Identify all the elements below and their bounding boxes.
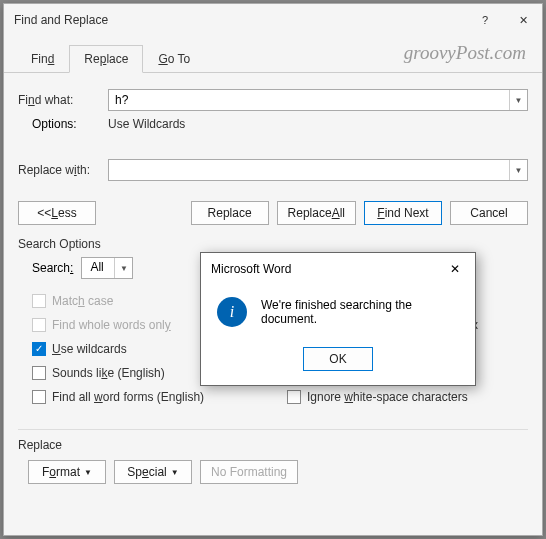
checkbox-checked-icon [32, 342, 46, 356]
checkbox-icon [32, 294, 46, 308]
find-next-button[interactable]: Find Next [364, 201, 442, 225]
tab-find[interactable]: Find [16, 45, 69, 73]
titlebar: Find and Replace ? ✕ [4, 4, 542, 36]
checkbox-icon [32, 390, 46, 404]
search-direction-label: Search: [32, 261, 73, 275]
close-button[interactable]: ✕ [504, 4, 542, 36]
less-button[interactable]: << Less [18, 201, 96, 225]
chevron-down-icon[interactable]: ▼ [509, 160, 527, 180]
find-input[interactable] [109, 91, 509, 109]
checkbox-icon [287, 390, 301, 404]
watermark: groovyPost.com [404, 42, 526, 64]
search-direction-combo[interactable]: All ▼ [81, 257, 133, 279]
message-dialog: Microsoft Word ✕ i We're finished search… [200, 252, 476, 386]
format-button[interactable]: Format ▼ [28, 460, 106, 484]
replace-all-button[interactable]: Replace All [277, 201, 356, 225]
divider [18, 429, 528, 430]
find-label: Find what: [18, 93, 108, 107]
help-button[interactable]: ? [466, 4, 504, 36]
modal-message: We're finished searching the document. [261, 298, 459, 326]
modal-close-button[interactable]: ✕ [443, 259, 467, 279]
replace-input[interactable] [109, 161, 509, 179]
checkbox-icon [32, 318, 46, 332]
caret-down-icon: ▼ [171, 468, 179, 477]
no-formatting-button: No Formatting [200, 460, 298, 484]
word-forms-checkbox[interactable]: Find all word forms (English) [32, 387, 273, 407]
chevron-down-icon[interactable]: ▼ [509, 90, 527, 110]
special-button[interactable]: Special ▼ [114, 460, 192, 484]
caret-down-icon: ▼ [84, 468, 92, 477]
info-icon: i [217, 297, 247, 327]
window-title: Find and Replace [14, 13, 108, 27]
modal-title: Microsoft Word [211, 262, 291, 276]
tab-goto[interactable]: Go To [143, 45, 205, 73]
replace-button[interactable]: Replace [191, 201, 269, 225]
checkbox-icon [32, 366, 46, 380]
ok-button[interactable]: OK [303, 347, 373, 371]
search-direction-value: All [82, 258, 114, 278]
replace-label: Replace with: [18, 163, 108, 177]
replace-combo[interactable]: ▼ [108, 159, 528, 181]
options-label: Options: [32, 117, 77, 131]
tab-replace[interactable]: Replace [69, 45, 143, 73]
cancel-button[interactable]: Cancel [450, 201, 528, 225]
replace-section-title: Replace [18, 438, 528, 452]
search-options-title: Search Options [18, 237, 528, 251]
find-combo[interactable]: ▼ [108, 89, 528, 111]
ignore-white-checkbox[interactable]: Ignore white-space characters [287, 387, 528, 407]
window-controls: ? ✕ [466, 4, 542, 36]
chevron-down-icon[interactable]: ▼ [114, 258, 132, 278]
